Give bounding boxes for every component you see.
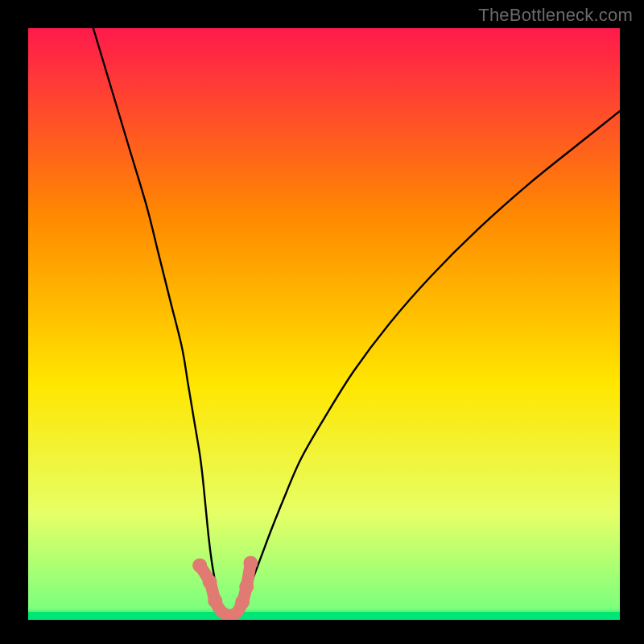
trough-dot xyxy=(235,595,250,609)
green-floor xyxy=(28,612,620,620)
bottleneck-chart xyxy=(0,0,644,644)
trough-dot xyxy=(203,575,217,589)
trough-dot xyxy=(192,558,207,572)
gradient-background xyxy=(28,28,620,620)
chart-frame: TheBottleneck.com xyxy=(0,0,644,644)
trough-dot xyxy=(243,555,258,570)
trough-dot xyxy=(239,580,254,594)
trough-dot xyxy=(208,593,222,608)
